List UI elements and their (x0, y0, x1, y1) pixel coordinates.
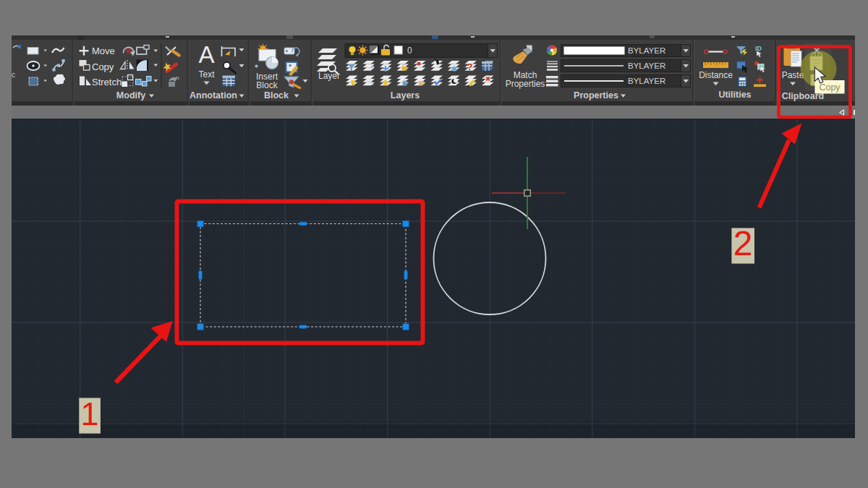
svg-text:c: c (12, 71, 15, 79)
svg-text:2: 2 (733, 224, 753, 262)
svg-text:Layer: Layer (318, 71, 340, 81)
svg-text:Annotation: Annotation (190, 90, 237, 100)
svg-text:Modify: Modify (116, 90, 145, 100)
svg-text:Properties: Properties (574, 90, 618, 100)
svg-text:Stretch: Stretch (92, 77, 122, 87)
svg-text:Move: Move (92, 46, 115, 56)
svg-text:Copy: Copy (819, 82, 841, 93)
svg-text:1: 1 (80, 395, 98, 432)
svg-text:Properties: Properties (506, 79, 545, 89)
svg-text:Block: Block (256, 80, 278, 90)
svg-text:BYLAYER: BYLAYER (628, 77, 665, 85)
svg-text:0: 0 (407, 46, 412, 56)
svg-text:Distance: Distance (699, 70, 733, 80)
svg-text:BYLAYER: BYLAYER (628, 61, 665, 70)
svg-text:BYLAYER: BYLAYER (628, 46, 665, 55)
svg-text:Text: Text (198, 69, 215, 80)
svg-text:Block: Block (264, 90, 289, 100)
svg-text:Utilities: Utilities (718, 90, 751, 100)
svg-text:Copy: Copy (92, 61, 114, 72)
svg-text:ID: ID (755, 45, 762, 52)
svg-text:Layers: Layers (391, 90, 420, 100)
svg-text:?: ? (467, 61, 473, 72)
svg-text:A: A (198, 41, 214, 68)
